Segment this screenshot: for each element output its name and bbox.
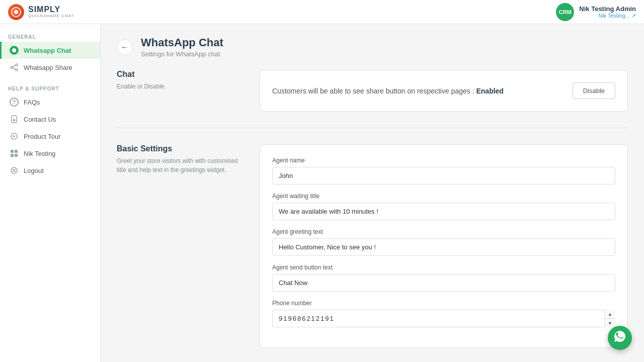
chat-section-right: Customers will be able to see share butt… [260, 70, 628, 112]
svg-point-4 [16, 64, 18, 66]
sidebar-whatsapp-chat-label: Whatsapp Chat [24, 47, 71, 54]
basic-settings-right: Agent name Agent waiting title Agent gre… [260, 144, 628, 348]
sidebar-item-product-tour[interactable]: Product Tour [0, 128, 100, 145]
svg-point-6 [16, 69, 18, 71]
back-button[interactable]: ← [117, 39, 133, 55]
page-header: ← WhatsApp Chat Settings for WhatsApp ch… [117, 36, 628, 58]
main-layout: GENERAL Whatsapp Chat [0, 24, 644, 362]
sidebar-nik-testing-label: Nik Testing [24, 150, 55, 157]
whatsapp-fab[interactable] [608, 326, 632, 350]
phone-spinner-down[interactable]: ▼ [605, 318, 615, 327]
logo-text: SIMPLY QUICKSHARE CHAT [28, 5, 74, 18]
svg-rect-12 [15, 150, 18, 153]
user-name: Nik Testing Admin [579, 5, 636, 13]
chat-section-left: Chat Enable or Disable. [117, 70, 248, 112]
svg-line-8 [13, 68, 16, 69]
sidebar-item-whatsapp-share[interactable]: Whatsapp Share [0, 59, 100, 76]
basic-settings-desc: Greet your store visitors with with cust… [117, 156, 248, 174]
agent-waiting-group: Agent waiting title [272, 193, 615, 220]
logout-icon [10, 166, 19, 175]
phone-group: Phone number ▲ ▼ [272, 300, 615, 327]
basic-settings-section: Basic Settings Greet your store visitors… [117, 144, 628, 348]
agent-greeting-input[interactable] [272, 238, 615, 256]
basic-settings-left: Basic Settings Greet your store visitors… [117, 144, 248, 348]
app-container: SIMPLY QUICKSHARE CHAT CRM Nik Testing A… [0, 0, 644, 362]
section-divider-1 [117, 128, 628, 128]
tour-icon [10, 132, 19, 141]
svg-point-9 [14, 120, 15, 121]
basic-settings-title: Basic Settings [117, 144, 248, 153]
user-link[interactable]: Nik Testing... ↗ [598, 13, 636, 19]
sidebar-item-logout[interactable]: Logout [0, 162, 100, 179]
chat-status-text: Customers will be able to see share butt… [272, 87, 504, 95]
sidebar-product-tour-label: Product Tour [24, 133, 60, 140]
agent-send-group: Agent send button text [272, 264, 615, 292]
phone-spinners: ▲ ▼ [604, 310, 615, 327]
page-subtitle: Settings for WhatsApp chat [141, 50, 223, 58]
sidebar-item-whatsapp-chat[interactable]: Whatsapp Chat [0, 42, 100, 59]
agent-name-label: Agent name [272, 157, 615, 164]
svg-line-7 [13, 65, 16, 67]
page-title: WhatsApp Chat [141, 36, 223, 49]
user-info: Nik Testing Admin Nik Testing... ↗ [579, 5, 636, 19]
svg-point-1 [14, 10, 18, 14]
logo-area: SIMPLY QUICKSHARE CHAT [8, 4, 74, 20]
sidebar-whatsapp-share-label: Whatsapp Share [24, 64, 72, 71]
chat-title: Chat [117, 70, 248, 79]
crm-badge: CRM [556, 3, 574, 21]
share-icon [10, 63, 19, 72]
sidebar: GENERAL Whatsapp Chat [0, 24, 101, 362]
agent-greeting-label: Agent greeting text [272, 228, 615, 235]
external-link-icon: ↗ [631, 13, 636, 19]
phone-spinner-up[interactable]: ▲ [605, 310, 615, 318]
header-right: CRM Nik Testing Admin Nik Testing... ↗ [556, 3, 636, 21]
chat-status-value: Enabled [476, 87, 503, 95]
logo-sub: QUICKSHARE CHAT [28, 14, 74, 19]
agent-greeting-group: Agent greeting text [272, 228, 615, 256]
svg-point-5 [11, 66, 13, 68]
sidebar-faqs-label: FAQs [24, 99, 40, 106]
question-icon: ? [10, 98, 19, 107]
agent-name-group: Agent name [272, 157, 615, 185]
agent-send-input[interactable] [272, 274, 615, 292]
logo-icon [8, 4, 24, 20]
sidebar-contact-label: Contact Us [24, 116, 56, 123]
phone-label: Phone number [272, 300, 615, 307]
disable-button[interactable]: Disable [573, 82, 615, 99]
svg-rect-11 [11, 150, 14, 153]
agent-send-label: Agent send button text [272, 264, 615, 271]
agent-waiting-label: Agent waiting title [272, 193, 615, 200]
header: SIMPLY QUICKSHARE CHAT CRM Nik Testing A… [0, 0, 644, 24]
page-title-block: WhatsApp Chat Settings for WhatsApp chat [141, 36, 223, 58]
sidebar-logout-label: Logout [24, 167, 44, 174]
sidebar-item-contact-us[interactable]: Contact Us [0, 111, 100, 128]
sidebar-item-faqs[interactable]: ? FAQs [0, 94, 100, 111]
chat-desc: Enable or Disable. [117, 82, 248, 91]
chat-icon [10, 46, 19, 55]
general-section-label: GENERAL [0, 30, 100, 42]
whatsapp-fab-icon [613, 330, 626, 346]
main-content: ← WhatsApp Chat Settings for WhatsApp ch… [101, 24, 644, 362]
sidebar-item-nik-testing[interactable]: Nik Testing [0, 145, 100, 162]
phone-input[interactable] [272, 310, 615, 327]
svg-rect-14 [15, 154, 18, 157]
agent-waiting-input[interactable] [272, 203, 615, 220]
grid-icon [10, 149, 19, 158]
chat-status-row: Customers will be able to see share butt… [272, 82, 615, 99]
logo-main: SIMPLY [28, 5, 74, 14]
phone-input-wrap: ▲ ▼ [272, 310, 615, 327]
svg-rect-13 [11, 154, 14, 157]
agent-name-input[interactable] [272, 167, 615, 185]
contact-icon [10, 115, 19, 124]
help-section-label: HELP & SUPPORT [0, 82, 100, 94]
chat-section: Chat Enable or Disable. Customers will b… [117, 70, 628, 112]
